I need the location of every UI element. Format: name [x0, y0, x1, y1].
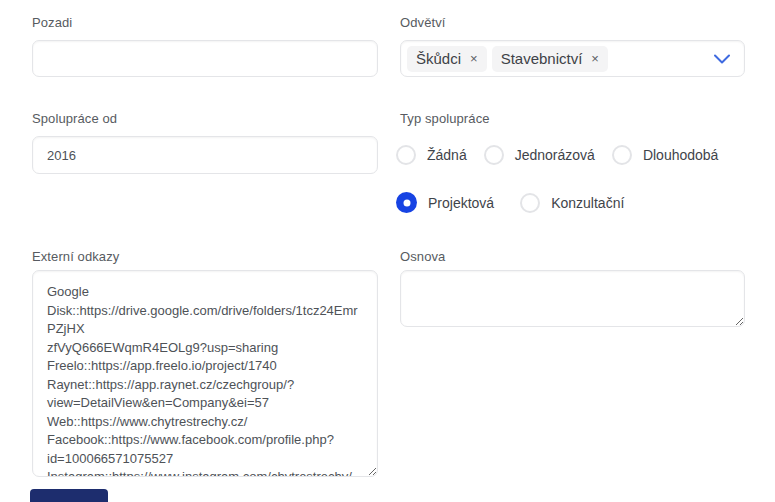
chevron-down-icon[interactable]	[714, 54, 730, 64]
pozadi-input[interactable]	[32, 40, 378, 77]
externi-odkazy-label: Externí odkazy	[32, 249, 119, 264]
spoluprace-od-label: Spolupráce od	[32, 111, 117, 126]
radio-circle-icon[interactable]	[484, 145, 504, 165]
osnova-textarea[interactable]	[400, 270, 745, 327]
odvetvi-tag: Stavebnictví ×	[492, 46, 608, 72]
radio-circle-icon[interactable]	[612, 145, 632, 165]
radio-row-2: Projektová Konzultační	[396, 192, 624, 213]
form-page: Pozadi Odvětví Škůdci × Stavebnictví × S…	[0, 0, 775, 502]
radio-dlouhodoba[interactable]: Dlouhodobá	[612, 145, 719, 165]
radio-label: Dlouhodobá	[643, 147, 719, 163]
odvetvi-tag: Škůdci ×	[407, 46, 487, 72]
tag-remove-icon[interactable]: ×	[591, 51, 599, 66]
radio-projektova[interactable]: Projektová	[396, 192, 494, 213]
typ-spoluprace-label: Typ spolupráce	[400, 111, 490, 126]
save-button-cutoff[interactable]	[30, 489, 108, 502]
radio-label: Žádná	[427, 147, 467, 163]
odvetvi-label: Odvětví	[400, 15, 446, 30]
radio-row-1: Žádná Jednorázová Dlouhodobá	[396, 145, 718, 165]
externi-odkazy-textarea[interactable]: Google Disk::https://drive.google.com/dr…	[32, 270, 378, 477]
osnova-label: Osnova	[400, 249, 445, 264]
tag-remove-icon[interactable]: ×	[470, 51, 478, 66]
radio-jednorazova[interactable]: Jednorázová	[484, 145, 595, 165]
radio-circle-icon[interactable]	[520, 193, 540, 213]
radio-konzultacni[interactable]: Konzultační	[520, 193, 624, 213]
radio-label: Projektová	[428, 195, 494, 211]
odvetvi-tag-text: Stavebnictví	[501, 50, 583, 67]
spoluprace-od-input[interactable]	[32, 136, 378, 174]
odvetvi-multiselect[interactable]: Škůdci × Stavebnictví ×	[400, 40, 745, 77]
radio-circle-icon[interactable]	[396, 145, 416, 165]
odvetvi-tag-text: Škůdci	[416, 50, 461, 67]
radio-label: Konzultační	[551, 195, 624, 211]
radio-zadna[interactable]: Žádná	[396, 145, 467, 165]
radio-label: Jednorázová	[515, 147, 595, 163]
pozadi-label: Pozadi	[32, 15, 72, 30]
radio-circle-icon[interactable]	[396, 192, 417, 213]
